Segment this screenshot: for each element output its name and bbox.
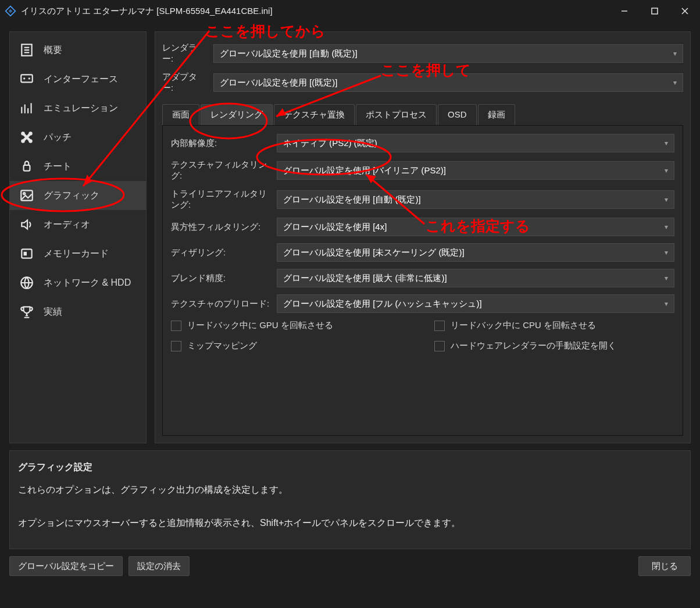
blend-combo[interactable]: グローバル設定を使用 [最大 (非常に低速)] [277, 269, 674, 287]
svg-point-17 [23, 193, 25, 194]
annotation-text-2: ここを押して [381, 61, 471, 80]
minimize-button[interactable] [609, 0, 640, 22]
sidebar-item-patch[interactable]: パッチ [10, 123, 146, 152]
clear-settings-button[interactable]: 設定の消去 [128, 556, 190, 576]
checkbox-icon [434, 321, 445, 331]
sidebar-item-cheat[interactable]: チート [10, 152, 146, 181]
sidebar-item-audio[interactable]: オーディオ [10, 210, 146, 239]
sidebar-item-label: オーディオ [44, 219, 90, 231]
tab-osd[interactable]: OSD [438, 104, 477, 125]
tab-recording[interactable]: 録画 [478, 104, 515, 125]
sidebar-item-interface[interactable]: インターフェース [10, 65, 146, 94]
aniso-label: 異方性フィルタリング: [171, 222, 271, 233]
sidebar-item-summary[interactable]: 概要 [10, 35, 146, 65]
network-icon [18, 274, 35, 291]
tab-rendering[interactable]: レンダリング [201, 104, 273, 125]
titlebar: イリスのアトリエ エターナルマナ [SLPM-65594_EA441CBE.in… [0, 0, 700, 22]
sidebar-item-label: メモリーカード [44, 248, 109, 260]
summary-icon [18, 41, 35, 59]
sidebar-item-label: 概要 [44, 44, 62, 56]
tabpane-rendering: 内部解像度: ネイティブ (PS2) (既定) テクスチャフィルタリング: グロ… [162, 126, 683, 436]
client-area: 概要 インターフェース エミュレーション パッチ チート [0, 22, 700, 608]
renderer-label: レンダラー: [162, 42, 208, 65]
copy-global-button[interactable]: グローバル設定をコピー [9, 556, 123, 576]
svg-point-10 [28, 77, 30, 79]
settings-window: イリスのアトリエ エターナルマナ [SLPM-65594_EA441CBE.in… [0, 0, 700, 608]
content-pane: レンダラー: グローバル設定を使用 [自動 (既定)] アダプター: グローバル… [155, 31, 691, 443]
window-title: イリスのアトリエ エターナルマナ [SLPM-65594_EA441CBE.in… [21, 6, 609, 17]
chk-gpu-readback[interactable]: リードバック中に GPU を回転させる [171, 320, 411, 331]
sidebar-item-achievements[interactable]: 実績 [10, 297, 146, 326]
graphics-icon [18, 187, 35, 204]
internal-res-combo[interactable]: ネイティブ (PS2) (既定) [277, 134, 674, 152]
blend-label: ブレンド精度: [171, 273, 271, 284]
tab-texswap[interactable]: テクスチャ置換 [274, 104, 355, 125]
tex-filter-label: テクスチャフィルタリング: [171, 159, 271, 182]
sidebar-item-emulation[interactable]: エミュレーション [10, 94, 146, 123]
help-title: グラフィック設定 [18, 459, 682, 476]
patch-icon [18, 129, 35, 146]
internal-res-label: 内部解像度: [171, 138, 271, 149]
checkbox-icon [434, 341, 445, 351]
tabs: 画面 レンダリング テクスチャ置換 ポストプロセス OSD 録画 [162, 104, 683, 126]
preload-label: テクスチャのプリロード: [171, 298, 271, 310]
svg-rect-19 [24, 252, 27, 256]
tab-postprocess[interactable]: ポストプロセス [356, 104, 437, 125]
sidebar: 概要 インターフェース エミュレーション パッチ チート [9, 31, 147, 443]
dither-combo[interactable]: グローバル設定を使用 [未スケーリング (既定)] [277, 243, 674, 262]
cheat-icon [18, 158, 35, 175]
sidebar-item-graphics[interactable]: グラフィック [10, 181, 146, 210]
svg-point-13 [22, 140, 24, 142]
sidebar-item-network[interactable]: ネットワーク & HDD [10, 268, 146, 297]
adapter-label: アダプター: [162, 72, 208, 94]
svg-point-9 [23, 77, 25, 79]
close-button[interactable] [670, 0, 700, 22]
trilinear-label: トライリニアフィルタリング: [171, 189, 271, 211]
sidebar-item-label: チート [44, 161, 72, 173]
checkbox-icon [171, 341, 181, 351]
help-panel: グラフィック設定 これらのオプションは、グラフィック出力の構成を決定します。 オ… [9, 450, 691, 549]
tab-screen[interactable]: 画面 [162, 104, 199, 125]
sidebar-item-label: 実績 [44, 306, 62, 318]
maximize-button[interactable] [640, 0, 670, 22]
sidebar-item-label: グラフィック [44, 190, 99, 202]
svg-rect-1 [652, 8, 658, 14]
annotation-text-1: ここを押してから [205, 22, 326, 41]
svg-point-14 [29, 140, 31, 142]
help-line1: これらのオプションは、グラフィック出力の構成を決定します。 [18, 482, 682, 499]
sidebar-item-label: ネットワーク & HDD [44, 277, 131, 289]
sidebar-item-label: エミュレーション [44, 102, 118, 115]
sidebar-item-memcard[interactable]: メモリーカード [10, 239, 146, 268]
trilinear-combo[interactable]: グローバル設定を使用 [自動 (既定)] [277, 190, 674, 209]
help-line2: オプションにマウスオーバーすると追加情報が表示され、Shift+ホイールでパネル… [18, 515, 682, 532]
upper-pane: 概要 インターフェース エミュレーション パッチ チート [9, 31, 691, 443]
checkbox-icon [171, 321, 181, 331]
sidebar-item-label: パッチ [44, 131, 72, 144]
chk-mipmap[interactable]: ミップマッピング [171, 340, 411, 351]
close-dialog-button[interactable]: 閉じる [638, 556, 691, 576]
sidebar-item-label: インターフェース [44, 73, 118, 86]
svg-point-11 [22, 132, 24, 134]
svg-point-12 [29, 132, 31, 134]
audio-icon [18, 216, 35, 233]
svg-rect-15 [24, 165, 30, 171]
emulation-icon [18, 99, 35, 117]
bottom-button-bar: グローバル設定をコピー 設定の消去 閉じる [9, 556, 691, 576]
tex-filter-combo[interactable]: グローバル設定を使用 [バイリニア (PS2)] [277, 161, 674, 180]
annotation-text-3: これを指定する [426, 216, 530, 236]
trophy-icon [18, 303, 35, 321]
checkbox-grid: リードバック中に GPU を回転させる ミップマッピング リードバック中に CP… [171, 320, 674, 351]
chk-hw-manual[interactable]: ハードウェアレンダラーの手動設定を開く [434, 340, 674, 351]
interface-icon [18, 70, 35, 88]
preload-combo[interactable]: グローバル設定を使用 [フル (ハッシュキャッシュ)] [277, 294, 674, 313]
svg-rect-8 [21, 74, 33, 82]
memcard-icon [18, 245, 35, 262]
chk-cpu-readback[interactable]: リードバック中に CPU を回転させる [434, 320, 674, 331]
app-icon [5, 5, 16, 17]
dither-label: ディザリング: [171, 247, 271, 258]
